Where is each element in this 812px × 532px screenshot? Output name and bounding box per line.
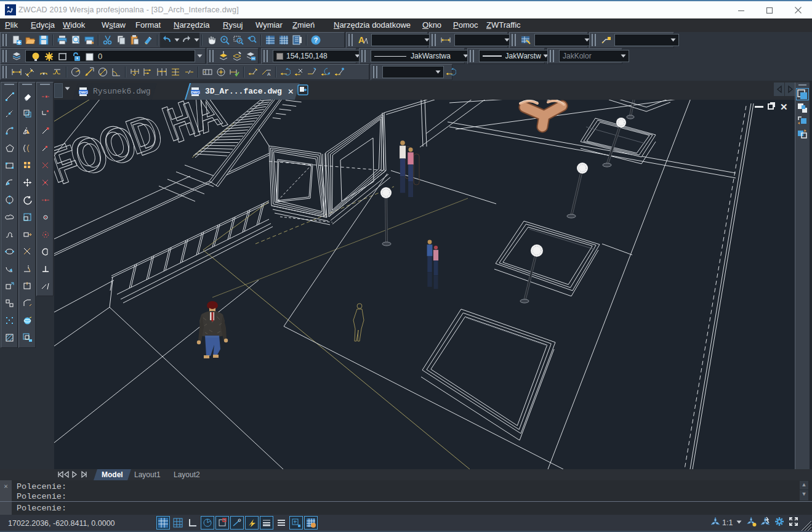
svg-text:DWG: DWG: [79, 91, 88, 94]
svg-text:A: A: [267, 71, 271, 77]
svg-text:DWG: DWG: [191, 91, 200, 94]
svg-text:?: ?: [314, 36, 318, 44]
svg-text:A: A: [358, 35, 364, 45]
